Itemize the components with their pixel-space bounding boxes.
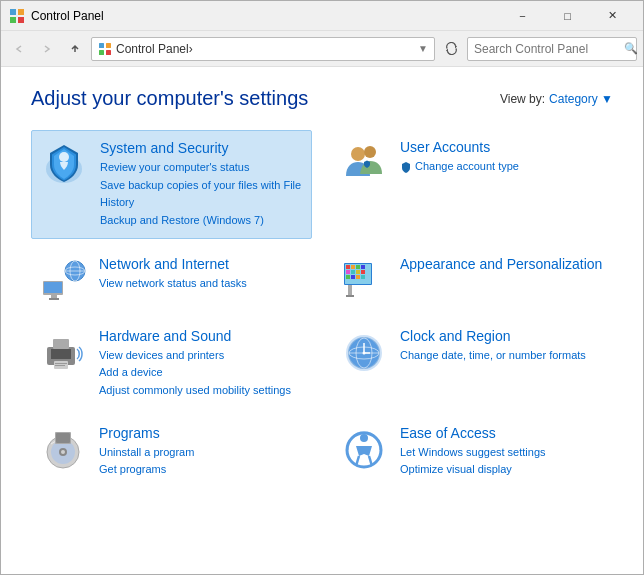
get-programs-link[interactable]: Get programs (99, 461, 304, 479)
svg-rect-24 (346, 265, 350, 269)
svg-rect-36 (348, 285, 352, 295)
let-windows-suggest-link[interactable]: Let Windows suggest settings (400, 444, 605, 462)
appearance-icon (340, 255, 388, 303)
main-content: Adjust your computer's settings View by:… (1, 67, 643, 574)
view-network-status-link[interactable]: View network status and tasks (99, 275, 304, 293)
view-devices-printers-link[interactable]: View devices and printers (99, 347, 304, 365)
main-window: Control Panel − □ ✕ (0, 0, 644, 575)
svg-point-56 (61, 450, 65, 454)
svg-rect-39 (51, 349, 71, 359)
svg-rect-42 (55, 363, 67, 364)
svg-rect-15 (44, 282, 62, 293)
maximize-button[interactable]: □ (545, 1, 590, 31)
save-backup-link[interactable]: Save backup copies of your files with Fi… (100, 177, 303, 212)
window-title: Control Panel (31, 9, 500, 23)
search-box[interactable]: 🔍 (467, 37, 637, 61)
svg-rect-29 (351, 270, 355, 274)
change-date-time-link[interactable]: Change date, time, or number formats (400, 347, 605, 365)
window-controls: − □ ✕ (500, 1, 635, 31)
hardware-sound-name[interactable]: Hardware and Sound (99, 327, 304, 345)
svg-line-62 (369, 456, 372, 466)
address-bar: Control Panel › ▼ 🔍 (1, 31, 643, 67)
svg-rect-7 (106, 50, 111, 55)
category-system-security: System and Security Review your computer… (31, 130, 312, 239)
hardware-sound-info: Hardware and Sound View devices and prin… (99, 327, 304, 400)
hardware-sound-icon (39, 327, 87, 375)
category-appearance: Appearance and Personalization (332, 247, 613, 311)
back-button[interactable] (7, 37, 31, 61)
svg-line-61 (356, 456, 359, 466)
address-cp-icon (98, 42, 112, 56)
svg-rect-43 (55, 365, 65, 366)
up-button[interactable] (63, 37, 87, 61)
title-bar: Control Panel − □ ✕ (1, 1, 643, 31)
svg-rect-26 (356, 265, 360, 269)
user-accounts-name[interactable]: User Accounts (400, 138, 605, 156)
svg-point-12 (351, 147, 365, 161)
address-field[interactable]: Control Panel › ▼ (91, 37, 435, 61)
svg-rect-37 (346, 295, 354, 297)
page-title: Adjust your computer's settings (31, 87, 308, 110)
svg-rect-31 (361, 270, 365, 274)
search-input[interactable] (474, 42, 624, 56)
network-internet-name[interactable]: Network and Internet (99, 255, 304, 273)
minimize-button[interactable]: − (500, 1, 545, 31)
svg-rect-2 (10, 17, 16, 23)
programs-links: Uninstall a program Get programs (99, 444, 304, 479)
system-security-links: Review your computer's status Save backu… (100, 159, 303, 229)
address-separator: › (189, 42, 193, 56)
svg-rect-3 (18, 17, 24, 23)
ease-of-access-name[interactable]: Ease of Access (400, 424, 605, 442)
categories-grid: System and Security Review your computer… (31, 130, 613, 487)
search-icon[interactable]: 🔍 (624, 42, 638, 55)
category-clock-region: Clock and Region Change date, time, or n… (332, 319, 613, 408)
network-internet-icon (39, 255, 87, 303)
category-hardware-sound: Hardware and Sound View devices and prin… (31, 319, 312, 408)
category-ease-of-access: Ease of Access Let Windows suggest setti… (332, 416, 613, 487)
svg-rect-27 (361, 265, 365, 269)
refresh-button[interactable] (439, 37, 463, 61)
uninstall-program-link[interactable]: Uninstall a program (99, 444, 304, 462)
category-network-internet: Network and Internet View network status… (31, 247, 312, 311)
programs-name[interactable]: Programs (99, 424, 304, 442)
category-programs: Programs Uninstall a program Get program… (31, 416, 312, 487)
adjust-mobility-settings-link[interactable]: Adjust commonly used mobility settings (99, 382, 304, 400)
view-by-value[interactable]: Category ▼ (549, 92, 613, 106)
clock-region-info: Clock and Region Change date, time, or n… (400, 327, 605, 365)
system-security-icon (40, 139, 88, 187)
optimize-visual-display-link[interactable]: Optimize visual display (400, 461, 605, 479)
system-security-name[interactable]: System and Security (100, 139, 303, 157)
svg-rect-25 (351, 265, 355, 269)
svg-rect-0 (10, 9, 16, 15)
forward-button[interactable] (35, 37, 59, 61)
backup-restore-link[interactable]: Backup and Restore (Windows 7) (100, 212, 303, 230)
svg-rect-17 (49, 298, 59, 300)
add-device-link[interactable]: Add a device (99, 364, 304, 382)
svg-rect-1 (18, 9, 24, 15)
svg-rect-32 (346, 275, 350, 279)
svg-rect-5 (106, 43, 111, 48)
window-icon (9, 8, 25, 24)
svg-rect-16 (51, 295, 57, 298)
change-account-type-link[interactable]: Change account type (400, 158, 605, 176)
network-internet-links: View network status and tasks (99, 275, 304, 293)
svg-rect-34 (356, 275, 360, 279)
ease-of-access-links: Let Windows suggest settings Optimize vi… (400, 444, 605, 479)
svg-rect-33 (351, 275, 355, 279)
review-computer-status-link[interactable]: Review your computer's status (100, 159, 303, 177)
clock-region-name[interactable]: Clock and Region (400, 327, 605, 345)
shield-icon-small (400, 161, 412, 173)
view-by-label: View by: (500, 92, 545, 106)
system-security-info: System and Security Review your computer… (100, 139, 303, 230)
view-by-chevron-icon: ▼ (601, 92, 613, 106)
svg-rect-35 (361, 275, 365, 279)
view-by-control: View by: Category ▼ (500, 92, 613, 106)
ease-of-access-icon (340, 424, 388, 472)
svg-point-11 (59, 152, 69, 162)
close-button[interactable]: ✕ (590, 1, 635, 31)
hardware-sound-links: View devices and printers Add a device A… (99, 347, 304, 400)
appearance-name[interactable]: Appearance and Personalization (400, 255, 605, 273)
programs-info: Programs Uninstall a program Get program… (99, 424, 304, 479)
user-accounts-info: User Accounts Change account type (400, 138, 605, 176)
svg-rect-40 (53, 339, 69, 349)
